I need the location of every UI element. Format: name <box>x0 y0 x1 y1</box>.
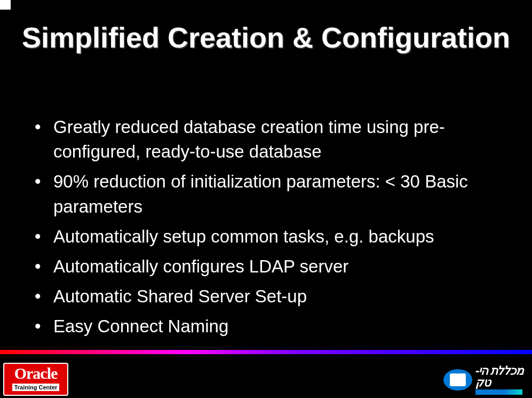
slide-title: Simplified Creation & Configuration <box>0 19 532 56</box>
hitech-label: מכללת הי-טק <box>475 364 523 389</box>
oracle-logo-top: Oracle <box>4 365 67 381</box>
bullet-item: Automatically configures LDAP server <box>32 254 505 279</box>
bullet-item: Greatly reduced database creation time u… <box>32 115 505 164</box>
oracle-logo-bottom: Training Center <box>12 384 60 391</box>
hitech-logo: מכללת הי-טק <box>443 365 529 395</box>
bullet-item: Automatically setup common tasks, e.g. b… <box>32 224 505 249</box>
hitech-bar-icon <box>475 389 522 395</box>
slide: Simplified Creation & Configuration Grea… <box>0 0 532 398</box>
bullet-list: Greatly reduced database creation time u… <box>32 115 505 339</box>
corner-marker <box>0 0 11 10</box>
hitech-text: מכללת הי-טק <box>475 365 529 395</box>
bullet-item: 90% reduction of initialization paramete… <box>32 169 505 218</box>
oracle-logo: Oracle Training Center <box>3 363 68 396</box>
gradient-divider <box>0 350 532 354</box>
footer: Oracle Training Center מכללת הי-טק <box>0 354 532 398</box>
bullet-item: Automatic Shared Server Set-up <box>32 284 505 309</box>
bullet-item: Easy Connect Naming <box>32 314 505 339</box>
hitech-ellipse-icon <box>443 369 472 391</box>
slide-body: Greatly reduced database creation time u… <box>32 115 505 345</box>
